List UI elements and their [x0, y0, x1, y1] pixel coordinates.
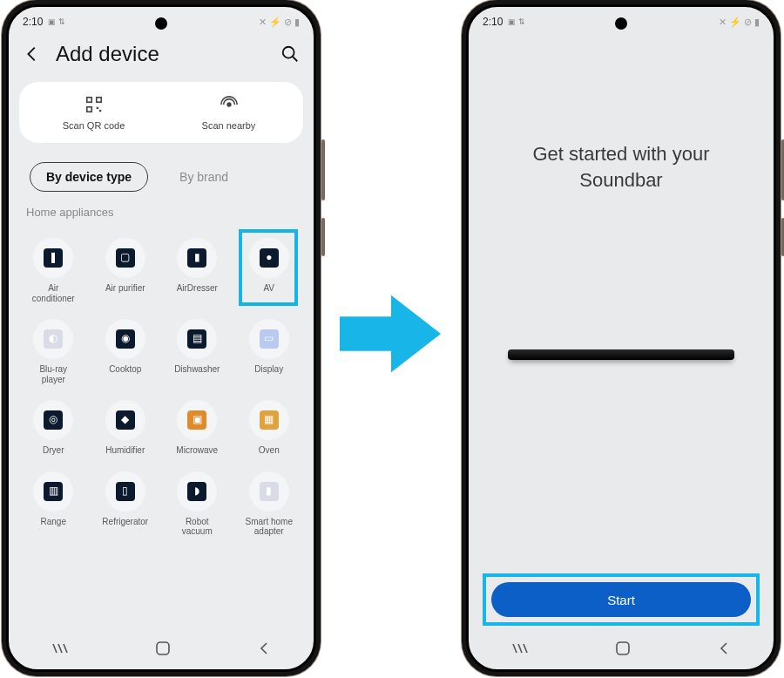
- nav-back-icon[interactable]: [717, 641, 731, 659]
- device-icon: ❚: [33, 238, 73, 278]
- svg-line-15: [524, 644, 527, 653]
- device-item-refrigerator[interactable]: ▯Refrigerator: [90, 466, 162, 542]
- setup-heading-line1: Get started with your: [533, 143, 710, 165]
- phone-right: 2:10 ▣ ⇅ ✕ ⚡ ⊘ ▮ Get started with your S…: [462, 0, 781, 676]
- nav-home-icon[interactable]: [155, 641, 171, 660]
- status-right-icons: ✕ ⚡ ⊘ ▮: [719, 17, 760, 28]
- nearby-icon: [219, 94, 240, 115]
- device-label: AV: [263, 283, 274, 294]
- front-camera: [155, 17, 167, 30]
- device-item-airdresser[interactable]: ▮AirDresser: [161, 233, 233, 308]
- device-label: Humidifier: [105, 445, 145, 456]
- device-item-air-purifier[interactable]: ▢Air purifier: [90, 233, 162, 308]
- svg-rect-3: [96, 98, 101, 103]
- device-icon: ◗: [177, 471, 217, 512]
- scan-qr-option[interactable]: Scan QR code: [46, 94, 142, 131]
- svg-rect-2: [86, 98, 91, 103]
- device-item-oven[interactable]: ▦Oven: [233, 395, 306, 461]
- status-small-icons: ▣ ⇅: [48, 17, 65, 26]
- device-glyph-icon: ▤: [187, 329, 206, 349]
- start-button[interactable]: Start: [491, 582, 751, 617]
- device-label: Microwave: [176, 445, 218, 456]
- device-item-display[interactable]: ▭Display: [233, 314, 306, 390]
- soundbar-image: [508, 349, 734, 360]
- device-label: Dryer: [43, 445, 64, 456]
- device-label: Smart home adapter: [246, 517, 293, 537]
- device-icon: ▤: [177, 319, 217, 359]
- device-item-range[interactable]: ▥Range: [17, 466, 90, 542]
- device-label: Dishwasher: [174, 364, 220, 375]
- back-icon[interactable]: [21, 43, 44, 65]
- nav-home-icon[interactable]: [615, 641, 631, 660]
- svg-marker-12: [340, 295, 441, 373]
- device-icon: ▢: [105, 238, 145, 278]
- device-item-av[interactable]: ●AV: [233, 233, 306, 308]
- device-icon: ◉: [105, 319, 145, 359]
- nav-recents-icon[interactable]: [511, 642, 529, 658]
- device-glyph-icon: ◗: [187, 482, 206, 501]
- scan-nearby-option[interactable]: Scan nearby: [181, 94, 277, 131]
- svg-point-0: [283, 47, 294, 58]
- device-icon: ▥: [33, 471, 73, 512]
- status-small-icons: ▣ ⇅: [508, 17, 525, 26]
- nav-bar: [469, 636, 774, 664]
- filter-by-brand[interactable]: By brand: [164, 163, 244, 191]
- device-glyph-icon: ▯: [116, 482, 135, 501]
- device-item-air-conditioner[interactable]: ❚Air conditioner: [17, 233, 90, 308]
- device-glyph-icon: ◉: [116, 329, 135, 349]
- device-glyph-icon: ▣: [187, 410, 206, 430]
- svg-rect-5: [96, 107, 98, 109]
- device-glyph-icon: ◎: [44, 410, 63, 430]
- device-item-humidifier[interactable]: ◆Humidifier: [90, 395, 162, 461]
- device-label: Display: [254, 364, 283, 375]
- device-icon: ◎: [33, 400, 73, 440]
- filter-by-type[interactable]: By device type: [30, 162, 148, 192]
- device-glyph-icon: ◐: [44, 329, 63, 349]
- svg-line-10: [64, 644, 67, 653]
- scan-card: Scan QR code Scan nearby: [19, 82, 303, 143]
- svg-point-7: [227, 103, 231, 106]
- device-icon: ▣: [177, 400, 217, 440]
- device-item-dishwasher[interactable]: ▤Dishwasher: [161, 314, 233, 390]
- device-item-smart-home-adapter[interactable]: ▮Smart home adapter: [233, 466, 306, 542]
- device-label: Cooktop: [109, 364, 141, 375]
- device-label: Blu-ray player: [39, 364, 67, 384]
- device-glyph-icon: ▮: [260, 482, 279, 501]
- setup-heading: Get started with your Soundbar: [504, 141, 739, 193]
- phone-left: 2:10 ▣ ⇅ ✕ ⚡ ⊘ ▮ Add device: [2, 0, 321, 676]
- section-heading: Home appliances: [9, 202, 314, 227]
- device-icon: ▭: [249, 319, 289, 359]
- device-item-robot-vacuum[interactable]: ◗Robot vacuum: [161, 466, 233, 542]
- svg-line-1: [293, 57, 298, 62]
- device-label: Range: [41, 517, 66, 527]
- device-glyph-icon: ▭: [260, 329, 279, 349]
- device-grid: ❚Air conditioner▢Air purifier▮AirDresser…: [9, 227, 314, 542]
- nav-back-icon[interactable]: [257, 641, 271, 659]
- device-icon: ◆: [105, 400, 145, 440]
- device-item-dryer[interactable]: ◎Dryer: [17, 395, 90, 461]
- device-icon: ◐: [33, 319, 73, 359]
- device-glyph-icon: ●: [260, 248, 279, 268]
- device-glyph-icon: ❚: [44, 248, 63, 268]
- power-button: [321, 218, 325, 256]
- device-label: Refrigerator: [102, 517, 148, 527]
- svg-rect-11: [157, 642, 169, 654]
- device-icon: ▮: [177, 238, 217, 278]
- device-glyph-icon: ▢: [116, 248, 135, 268]
- device-glyph-icon: ▦: [260, 410, 279, 430]
- device-item-microwave[interactable]: ▣Microwave: [161, 395, 233, 461]
- device-icon: ▦: [249, 400, 289, 440]
- search-icon[interactable]: [279, 43, 301, 65]
- nav-recents-icon[interactable]: [51, 642, 69, 658]
- device-item-blu-ray-player[interactable]: ◐Blu-ray player: [17, 314, 90, 390]
- nav-bar: [9, 636, 314, 664]
- device-icon: ▯: [105, 471, 145, 512]
- volume-button: [321, 139, 325, 200]
- device-item-cooktop[interactable]: ◉Cooktop: [90, 314, 162, 390]
- step-arrow-icon: [340, 286, 443, 382]
- svg-line-14: [518, 644, 522, 653]
- status-time: 2:10: [483, 16, 503, 28]
- device-glyph-icon: ▮: [187, 248, 206, 268]
- device-glyph-icon: ◆: [116, 410, 135, 430]
- setup-heading-line2: Soundbar: [579, 169, 662, 191]
